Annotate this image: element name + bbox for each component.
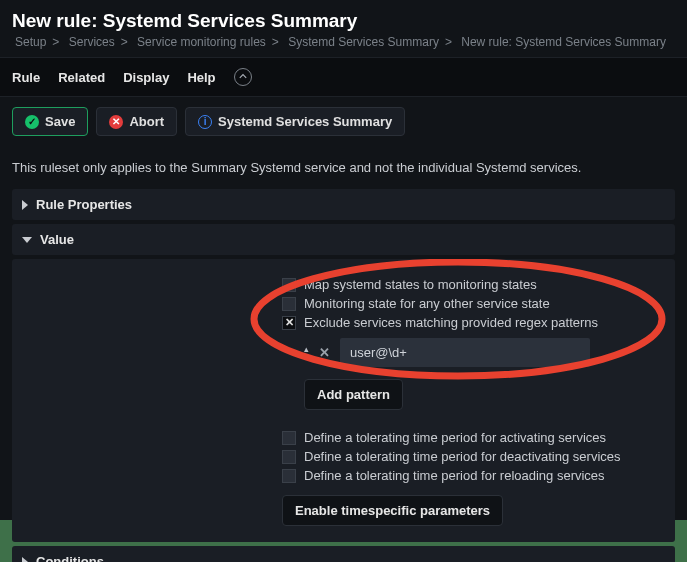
info-icon: i [198,115,212,129]
pattern-input[interactable] [340,338,590,367]
tab-related[interactable]: Related [58,70,105,85]
tab-rule[interactable]: Rule [12,70,40,85]
checkbox-icon[interactable] [282,431,296,445]
drag-handle-icon[interactable]: ▴▾ [304,346,309,360]
section-value-label: Value [40,232,74,247]
option-tol-activating[interactable]: Define a tolerating time period for acti… [282,430,663,445]
option-other-state-label: Monitoring state for any other service s… [304,296,550,311]
add-pattern-button[interactable]: Add pattern [304,379,403,410]
enable-timespecific-button[interactable]: Enable timespecific parameters [282,495,503,526]
value-panel: Map systemd states to monitoring states … [12,259,675,542]
main-tabs: Rule Related Display Help [0,57,687,97]
checkbox-icon[interactable] [282,297,296,311]
option-exclude-regex-label: Exclude services matching provided regex… [304,315,598,330]
breadcrumb-item[interactable]: Services [69,35,115,49]
option-tol-deactivating[interactable]: Define a tolerating time period for deac… [282,449,663,464]
option-tol-reloading[interactable]: Define a tolerating time period for relo… [282,468,663,483]
context-link[interactable]: i Systemd Services Summary [185,107,405,136]
save-label: Save [45,114,75,129]
context-label: Systemd Services Summary [218,114,392,129]
section-conditions-label: Conditions [36,554,104,562]
chevron-down-icon [22,237,32,243]
option-tol-deactivating-label: Define a tolerating time period for deac… [304,449,621,464]
breadcrumb-item[interactable]: Systemd Services Summary [288,35,439,49]
chevron-right-icon [22,200,28,210]
option-tol-activating-label: Define a tolerating time period for acti… [304,430,606,445]
checkbox-icon[interactable] [282,469,296,483]
pattern-entry: ▴▾ ✕ [304,338,663,367]
section-conditions[interactable]: Conditions [12,546,675,562]
collapse-toggle-icon[interactable] [234,68,252,86]
section-rule-properties-label: Rule Properties [36,197,132,212]
close-icon: ✕ [109,115,123,129]
option-map-states[interactable]: Map systemd states to monitoring states [282,277,663,292]
breadcrumb: Setup> Services> Service monitoring rule… [12,35,675,49]
checkbox-checked-icon[interactable]: ✕ [282,316,296,330]
remove-pattern-icon[interactable]: ✕ [317,345,332,360]
check-icon: ✓ [25,115,39,129]
option-tol-reloading-label: Define a tolerating time period for relo… [304,468,605,483]
section-rule-properties[interactable]: Rule Properties [12,189,675,220]
page-title: New rule: Systemd Services Summary [12,10,675,32]
tab-help-label: Help [187,70,215,85]
option-exclude-regex[interactable]: ✕ Exclude services matching provided reg… [282,315,663,330]
option-map-states-label: Map systemd states to monitoring states [304,277,537,292]
abort-button[interactable]: ✕ Abort [96,107,177,136]
tab-help[interactable]: Help [187,70,215,85]
option-other-state[interactable]: Monitoring state for any other service s… [282,296,663,311]
chevron-right-icon [22,557,28,563]
breadcrumb-item[interactable]: Setup [15,35,46,49]
checkbox-icon[interactable] [282,278,296,292]
breadcrumb-item[interactable]: Service monitoring rules [137,35,266,49]
checkbox-icon[interactable] [282,450,296,464]
section-value[interactable]: Value [12,224,675,255]
breadcrumb-item: New rule: Systemd Services Summary [461,35,666,49]
tab-display[interactable]: Display [123,70,169,85]
abort-label: Abort [129,114,164,129]
toolbar: ✓ Save ✕ Abort i Systemd Services Summar… [0,97,687,146]
ruleset-description: This ruleset only applies to the Summary… [12,160,675,175]
save-button[interactable]: ✓ Save [12,107,88,136]
